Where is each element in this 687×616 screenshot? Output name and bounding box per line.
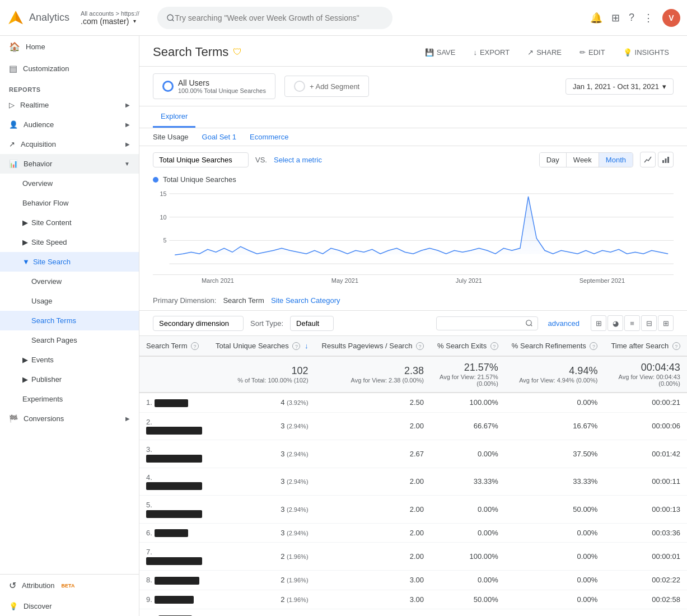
- tab-ecommerce[interactable]: Ecommerce: [250, 133, 288, 141]
- export-button[interactable]: ↓ EXPORT: [469, 46, 514, 59]
- sidebar-item-site-content[interactable]: ▶ Site Content: [0, 213, 139, 232]
- sidebar-item-home[interactable]: 🏠 Home: [0, 36, 139, 58]
- site-search-category-dimension[interactable]: Site Search Category: [271, 296, 340, 305]
- tab-explorer[interactable]: Explorer: [153, 106, 195, 128]
- bar-chart-button[interactable]: [658, 152, 674, 167]
- account-selector[interactable]: All accounts > https:// .com (master) ▾: [81, 10, 139, 26]
- row-5-refinements: 50.00%: [505, 496, 605, 524]
- metric-dropdown[interactable]: Total Unique Searches: [153, 152, 249, 167]
- performance-view-btn[interactable]: ≡: [624, 315, 640, 331]
- row-2-term: 2.: [139, 412, 209, 440]
- pie-chart-view-btn[interactable]: ◕: [607, 315, 623, 331]
- sidebar-item-events[interactable]: ▶ Events: [0, 350, 139, 370]
- apps-icon[interactable]: ⊞: [611, 12, 620, 24]
- select-metric-link[interactable]: Select a metric: [274, 156, 322, 164]
- col-pct-refinements[interactable]: % Search Refinements ?: [505, 336, 605, 356]
- insights-button[interactable]: 💡 INSIGHTS: [619, 46, 674, 59]
- col-time-after-search[interactable]: Time after Search ?: [604, 336, 686, 356]
- notifications-icon[interactable]: 🔔: [590, 12, 602, 24]
- sidebar-item-behavior[interactable]: 📊 Behavior ▼: [0, 154, 139, 174]
- realtime-expand-icon: ▶: [125, 102, 130, 108]
- col-search-term-help[interactable]: ?: [191, 342, 199, 350]
- search-term-dimension[interactable]: Search Term: [223, 296, 264, 305]
- share-button[interactable]: ↗ SHARE: [523, 46, 566, 59]
- col-exits-help[interactable]: ?: [490, 342, 498, 350]
- sidebar-item-site-search[interactable]: ▼ Site Search: [0, 252, 139, 272]
- secondary-dimension-dropdown[interactable]: Secondary dimension: [153, 316, 244, 331]
- save-button[interactable]: 💾 SAVE: [420, 46, 460, 59]
- col-total-unique-searches[interactable]: Total Unique Searches ? ↓: [209, 336, 315, 356]
- table-search-box[interactable]: [436, 316, 538, 330]
- sidebar-item-overview[interactable]: Overview: [0, 174, 139, 193]
- row-5-unique: 3 (2.94%): [209, 496, 315, 524]
- tab-goal-set-1[interactable]: Goal Set 1: [202, 133, 236, 141]
- help-icon[interactable]: ?: [629, 12, 634, 24]
- chart-svg: 15 10 5: [153, 188, 674, 274]
- sidebar-item-search-pages[interactable]: Search Pages: [0, 330, 139, 350]
- sidebar: 🏠 Home ▤ Customization REPORTS ▷ Realtim…: [0, 36, 139, 616]
- sidebar-item-ss-overview[interactable]: Overview: [0, 272, 139, 291]
- tab-site-usage[interactable]: Site Usage: [153, 133, 189, 141]
- row-8-unique: 2 (1.96%): [209, 570, 315, 590]
- sidebar-item-conversions[interactable]: 🏁 Conversions ▶: [0, 409, 139, 428]
- total-results-pv: 2.38 Avg for View: 2.38 (0.00%): [315, 356, 431, 393]
- app-logo[interactable]: Analytics: [7, 9, 69, 27]
- home-label: Home: [26, 43, 45, 51]
- row-1-refinements: 0.00%: [505, 393, 605, 412]
- month-button[interactable]: Month: [599, 153, 633, 167]
- ss-usage-label: Usage: [31, 297, 53, 305]
- date-range-picker[interactable]: Jan 1, 2021 - Oct 31, 2021 ▾: [566, 78, 674, 95]
- add-segment-button[interactable]: + Add Segment: [284, 76, 369, 97]
- col-time-help[interactable]: ?: [672, 342, 680, 350]
- sidebar-item-search-terms[interactable]: Search Terms: [0, 311, 139, 330]
- sidebar-item-realtime[interactable]: ▷ Realtime ▶: [0, 95, 139, 115]
- col-search-term[interactable]: Search Term ?: [139, 336, 209, 356]
- search-pages-label: Search Pages: [31, 336, 77, 344]
- global-search-input[interactable]: [175, 13, 384, 22]
- edit-button[interactable]: ✏ EDIT: [575, 46, 610, 59]
- sidebar-item-ss-usage[interactable]: Usage: [0, 291, 139, 311]
- sort-type-dropdown[interactable]: Default: [290, 316, 334, 331]
- all-users-segment[interactable]: All Users 100.00% Total Unique Searches: [153, 73, 275, 99]
- add-segment-label: + Add Segment: [310, 82, 359, 91]
- line-chart-button[interactable]: [640, 152, 656, 167]
- col-results-pageviews[interactable]: Results Pageviews / Search ?: [315, 336, 431, 356]
- comparison-view-btn[interactable]: ⊟: [641, 315, 657, 331]
- realtime-icon: ▷: [9, 101, 15, 109]
- global-search[interactable]: [157, 7, 392, 29]
- row-9-unique: 2 (1.96%): [209, 590, 315, 609]
- audience-label: Audience: [24, 120, 54, 129]
- advanced-filter-link[interactable]: advanced: [548, 319, 579, 328]
- user-avatar[interactable]: V: [662, 9, 680, 27]
- sidebar-item-behavior-flow[interactable]: Behavior Flow: [0, 193, 139, 213]
- redacted-term: [155, 529, 188, 537]
- col-results-help[interactable]: ?: [416, 342, 424, 350]
- sidebar-item-discover[interactable]: 💡 Discover: [0, 596, 139, 616]
- table-row: 10. 2 (1.96%) 2.00 50.00% 0.00% 00:00:10…: [139, 609, 687, 616]
- sidebar-item-site-speed[interactable]: ▶ Site Speed: [0, 232, 139, 252]
- primary-dimension-bar: Primary Dimension: Search Term Site Sear…: [139, 291, 687, 311]
- col-refinements-help[interactable]: ?: [590, 342, 597, 350]
- sidebar-item-customization[interactable]: ▤ Customization: [0, 58, 139, 80]
- sidebar-item-experiments[interactable]: Experiments: [0, 389, 139, 409]
- segment-circle: [162, 81, 174, 92]
- sidebar-item-publisher[interactable]: ▶ Publisher: [0, 370, 139, 389]
- svg-text:10: 10: [160, 214, 167, 221]
- redacted-term: [155, 399, 188, 407]
- table-search-input[interactable]: [441, 319, 525, 328]
- col-unique-help[interactable]: ?: [292, 342, 300, 350]
- day-button[interactable]: Day: [540, 153, 567, 167]
- svg-text:15: 15: [160, 190, 167, 197]
- sidebar-item-acquisition[interactable]: ↗ Acquisition ▶: [0, 134, 139, 154]
- data-table-view-btn[interactable]: ⊞: [591, 315, 606, 331]
- row-7-exits: 100.00%: [431, 543, 505, 571]
- row-2-results-pv: 2.00: [315, 412, 431, 440]
- col-pct-exits[interactable]: % Search Exits ?: [431, 336, 505, 356]
- sidebar-item-audience[interactable]: 👤 Audience ▶: [0, 115, 139, 134]
- more-icon[interactable]: ⋮: [643, 12, 653, 24]
- pivot-view-btn[interactable]: ⊞: [658, 315, 674, 331]
- week-button[interactable]: Week: [567, 153, 599, 167]
- sidebar-item-attribution[interactable]: ↺ Attribution BETA: [0, 575, 139, 596]
- row-6-refinements: 0.00%: [505, 523, 605, 543]
- total-row: 102 % of Total: 100.00% (102) 2.38 Avg f…: [139, 356, 687, 393]
